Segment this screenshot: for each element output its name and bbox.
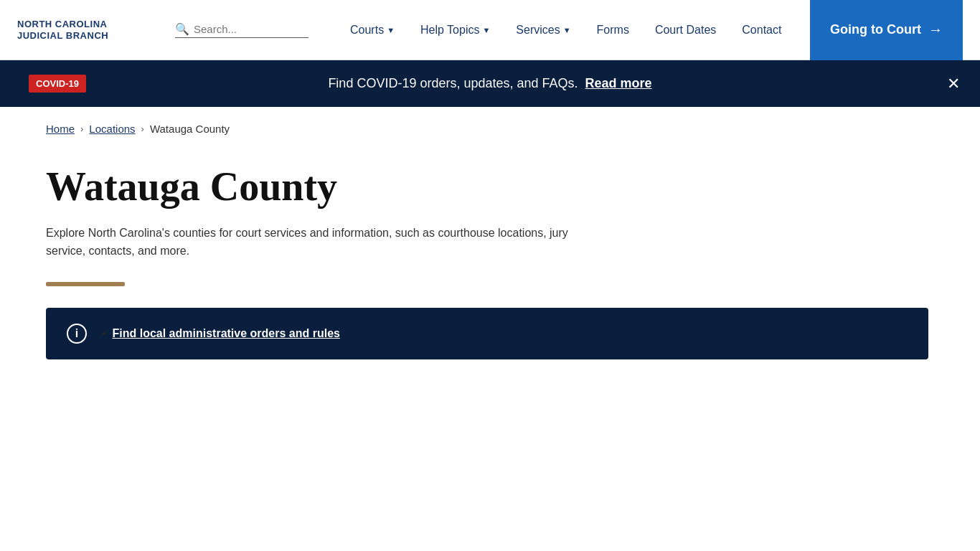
chevron-down-icon: ▼ — [387, 26, 395, 34]
nav-item-court-dates[interactable]: Court Dates — [642, 0, 729, 60]
covid-read-more-link[interactable]: Read more — [585, 76, 652, 90]
admin-orders-link[interactable]: Find local administrative orders and rul… — [113, 327, 340, 339]
nav-item-courts[interactable]: Courts ▼ — [337, 0, 407, 60]
going-to-court-label: Going to Court — [830, 22, 921, 37]
logo[interactable]: NORTH CAROLINA JUDICIAL BRANCH — [17, 19, 161, 41]
info-icon: i — [66, 324, 88, 344]
covid-message: Find COVID-19 orders, updates, and FAQs.… — [328, 76, 651, 91]
breadcrumb: Home › Locations › Watauga County — [0, 107, 980, 151]
arrow-right-icon: → — [928, 22, 943, 38]
main-nav: Courts ▼ Help Topics ▼ Services ▼ Forms … — [337, 0, 810, 60]
chevron-down-icon: ▼ — [482, 26, 490, 34]
nav-item-forms[interactable]: Forms — [584, 0, 642, 60]
breadcrumb-current: Watauga County — [150, 123, 230, 135]
search-icon: 🔍 — [175, 22, 189, 36]
site-header: NORTH CAROLINA JUDICIAL BRANCH 🔍 Courts … — [0, 0, 980, 60]
going-to-court-button[interactable]: Going to Court → — [810, 0, 963, 60]
info-box: i • Find local administrative orders and… — [46, 308, 928, 359]
breadcrumb-separator-2: › — [141, 123, 144, 134]
covid-banner: COVID-19 Find COVID-19 orders, updates, … — [0, 60, 980, 107]
breadcrumb-locations[interactable]: Locations — [89, 123, 135, 135]
breadcrumb-home[interactable]: Home — [46, 123, 75, 135]
chevron-down-icon: ▼ — [563, 26, 571, 34]
search-input[interactable] — [194, 23, 308, 35]
info-box-content: • Find local administrative orders and r… — [102, 327, 340, 340]
nav-item-services[interactable]: Services ▼ — [503, 0, 583, 60]
search-area: 🔍 — [175, 22, 308, 38]
main-content: Watauga County Explore North Carolina's … — [0, 151, 980, 388]
page-title: Watauga County — [46, 165, 934, 209]
nav-item-contact[interactable]: Contact — [729, 0, 794, 60]
page-description: Explore North Carolina's counties for co… — [46, 224, 591, 260]
covid-badge: COVID-19 — [29, 75, 86, 93]
divider-bar — [46, 282, 125, 286]
breadcrumb-separator-1: › — [80, 123, 83, 134]
covid-close-button[interactable]: ✕ — [947, 76, 960, 92]
nav-item-help-topics[interactable]: Help Topics ▼ — [407, 0, 503, 60]
logo-text: NORTH CAROLINA JUDICIAL BRANCH — [17, 19, 108, 41]
